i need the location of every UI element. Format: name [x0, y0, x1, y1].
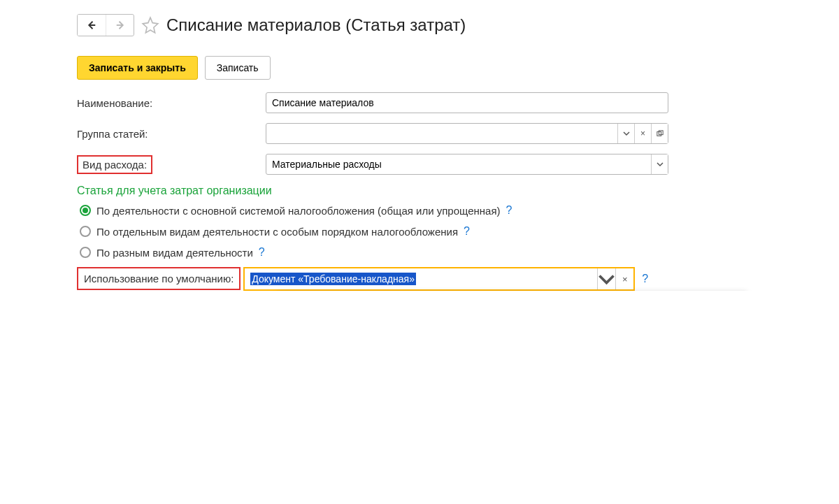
- arrow-left-icon: [85, 19, 98, 31]
- chevron-down-icon: [598, 271, 615, 288]
- kind-input[interactable]: [266, 154, 651, 174]
- kind-label: Вид расхода:: [77, 155, 152, 174]
- save-and-close-button[interactable]: Записать и закрыть: [77, 56, 198, 80]
- radio-label: По деятельности с основной системой нало…: [96, 205, 501, 217]
- usage-clear-button[interactable]: ×: [615, 268, 633, 289]
- chevron-down-icon: [657, 161, 664, 168]
- chevron-down-icon: [623, 130, 630, 137]
- section-title: Статья для учета затрат организации: [77, 185, 839, 197]
- usage-dropdown-button[interactable]: [597, 268, 615, 289]
- name-input[interactable]: [266, 92, 668, 113]
- radio-label: По отдельным видам деятельности с особым…: [96, 226, 458, 238]
- back-button[interactable]: [78, 15, 106, 36]
- usage-selected: Документ «Требование-накладная»: [245, 268, 597, 289]
- usage-combo[interactable]: Документ «Требование-накладная» ×: [243, 267, 635, 291]
- kind-dropdown-button[interactable]: [651, 154, 668, 174]
- radio-icon: [80, 247, 91, 258]
- help-icon[interactable]: ?: [506, 204, 512, 217]
- name-label: Наименование:: [77, 97, 266, 109]
- page-title: Списание материалов (Статья затрат): [166, 15, 466, 35]
- usage-label: Использование по умолчанию:: [77, 267, 241, 290]
- radio-label: По разным видам деятельности: [96, 247, 253, 259]
- open-icon: [657, 130, 664, 137]
- help-icon[interactable]: ?: [642, 273, 648, 285]
- kind-label-wrap: Вид расхода:: [77, 155, 266, 174]
- group-input[interactable]: [266, 124, 617, 143]
- group-open-button[interactable]: [651, 124, 668, 143]
- group-clear-button[interactable]: ×: [634, 124, 651, 143]
- group-combo[interactable]: ×: [266, 123, 668, 144]
- radio-option-1[interactable]: По отдельным видам деятельности с особым…: [77, 225, 839, 238]
- forward-button[interactable]: [106, 15, 134, 36]
- save-button[interactable]: Записать: [205, 56, 271, 80]
- radio-icon: [80, 226, 91, 237]
- star-icon: [141, 16, 159, 34]
- help-icon[interactable]: ?: [259, 246, 265, 259]
- help-icon[interactable]: ?: [464, 225, 470, 238]
- group-label: Группа статей:: [77, 128, 266, 140]
- kind-combo[interactable]: [266, 154, 668, 175]
- radio-icon: [80, 205, 91, 216]
- favorite-star[interactable]: [141, 16, 159, 34]
- radio-option-2[interactable]: По разным видам деятельности ?: [77, 246, 839, 259]
- radio-option-0[interactable]: По деятельности с основной системой нало…: [77, 204, 839, 217]
- arrow-right-icon: [114, 19, 127, 31]
- usage-selected-text: Документ «Требование-накладная»: [250, 273, 416, 285]
- group-dropdown-button[interactable]: [617, 124, 634, 143]
- nav-group: [77, 14, 134, 36]
- toolbar: Записать и закрыть Записать: [77, 56, 839, 80]
